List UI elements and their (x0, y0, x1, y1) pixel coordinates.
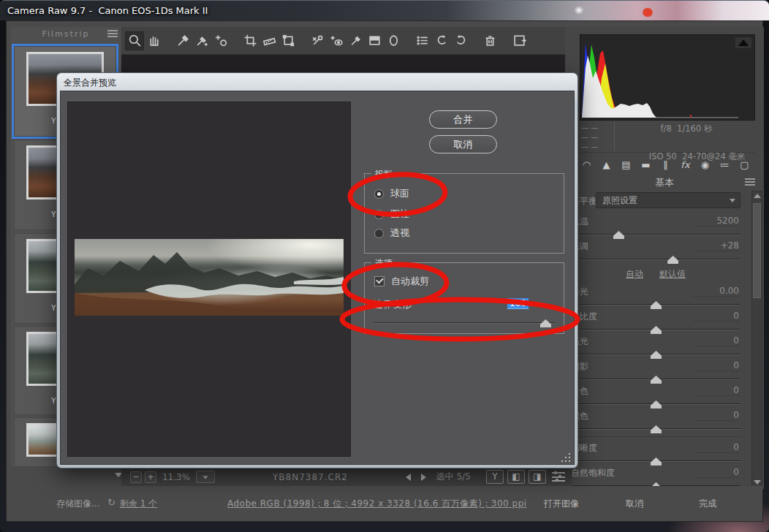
zoom-out-button[interactable]: − (130, 471, 142, 483)
cancel-button[interactable]: 取消 (626, 498, 643, 510)
slider-thumb[interactable] (540, 319, 551, 327)
scroll-down-icon[interactable] (754, 480, 761, 484)
adjustment-brush-tool-icon[interactable] (346, 31, 365, 50)
projection-legend: 投影 (371, 168, 396, 180)
boundary-warp-slider[interactable] (374, 319, 555, 327)
slider-thumb[interactable] (651, 301, 662, 309)
slider-value[interactable]: 0 (694, 442, 739, 453)
slider-track[interactable] (571, 300, 740, 309)
tab-lens-corrections-icon[interactable]: ‖ (657, 157, 674, 172)
previous-image-button[interactable] (406, 474, 411, 481)
radio-button-icon[interactable] (374, 210, 384, 219)
tab-detail-icon[interactable]: ▲ (598, 157, 615, 172)
zoom-level: 11.3% (156, 472, 190, 482)
slider-track[interactable] (571, 425, 740, 433)
delete-tool-icon[interactable] (480, 31, 499, 50)
slider-track[interactable] (571, 325, 740, 334)
scroll-up-icon[interactable] (754, 194, 761, 198)
toggle-panels-tool-icon[interactable] (509, 31, 529, 50)
color-sampler-tool-icon[interactable] (192, 31, 211, 50)
slider-value[interactable]: 0 (694, 467, 739, 478)
radio-spherical[interactable]: 球面 (374, 187, 409, 200)
compare-swap-button[interactable]: ◧ (507, 470, 525, 484)
straighten-tool-icon[interactable] (260, 31, 279, 50)
radio-perspective[interactable]: 透视 (374, 227, 409, 240)
slider-track[interactable] (571, 350, 740, 359)
merge-button[interactable]: 合并 (429, 110, 497, 129)
white-balance-select[interactable]: 原照设置 (596, 192, 740, 208)
slider-track[interactable] (571, 375, 740, 384)
slider-value[interactable]: 0 (694, 410, 739, 421)
done-button[interactable]: 完成 (699, 498, 716, 510)
auto-link[interactable]: 自动 (626, 268, 643, 286)
slider-value[interactable]: 0 (694, 360, 739, 371)
slider-value[interactable]: 5200 (694, 216, 739, 227)
zoom-level-dropdown[interactable] (196, 471, 215, 483)
boundary-warp-value[interactable]: 100 (507, 298, 529, 309)
queue-remaining[interactable]: 剩余 1 个 (120, 498, 157, 510)
graduated-filter-tool-icon[interactable] (365, 31, 384, 50)
hand-tool-icon[interactable] (144, 31, 163, 50)
radial-filter-tool-icon[interactable] (384, 31, 403, 50)
compare-copy-button[interactable]: ◨ (529, 470, 546, 484)
slider-track[interactable] (571, 400, 740, 408)
view-settings-icon[interactable] (552, 472, 565, 482)
zoom-tool-icon[interactable] (125, 31, 144, 50)
workflow-options-link[interactable]: Adobe RGB (1998)；8 位；4992 x 3328 (16.6 百… (227, 498, 527, 510)
zoom-in-button[interactable]: + (145, 471, 156, 483)
tab-effects-icon[interactable]: fx (677, 157, 694, 172)
tab-camera-calibration-icon[interactable]: ◉ (697, 157, 713, 172)
slider-thumb[interactable] (613, 231, 624, 239)
red-eye-tool-icon[interactable] (327, 31, 346, 50)
slider-thumb[interactable] (667, 256, 678, 264)
save-image-button[interactable]: 存储图像... (56, 498, 99, 510)
slider-thumb[interactable] (651, 425, 662, 433)
slider-thumb[interactable] (651, 351, 662, 359)
preferences-tool-icon[interactable] (413, 31, 432, 50)
rotate-right-tool-icon[interactable] (451, 31, 470, 50)
white-balance-tool-icon[interactable] (173, 31, 192, 50)
radio-button-icon[interactable] (374, 229, 384, 238)
radio-button-icon[interactable] (374, 189, 384, 199)
tab-tone-curve-icon[interactable]: ◠ (578, 157, 595, 172)
histogram-plot (580, 35, 754, 120)
radio-cylindrical[interactable]: 圆柱 (374, 208, 409, 221)
tab-presets-icon[interactable]: ≔ (716, 157, 733, 172)
auto-crop-checkbox[interactable]: 自动裁剪 (374, 275, 429, 288)
slider-track[interactable] (571, 230, 740, 239)
slider-value[interactable]: 0 (694, 335, 739, 346)
tab-snapshots-icon[interactable]: ▢ (736, 157, 753, 172)
tab-hsl-grayscale-icon[interactable]: ▤ (618, 157, 634, 172)
default-link[interactable]: 默认值 (659, 268, 686, 286)
slider-thumb[interactable] (651, 376, 662, 384)
dialog-cancel-button[interactable]: 取消 (429, 135, 497, 153)
basic-panel-menu-icon[interactable] (745, 178, 755, 186)
before-after-y-button[interactable]: Y (486, 470, 504, 484)
open-image-button[interactable]: 打开图像 (544, 498, 579, 510)
slider-thumb[interactable] (651, 457, 662, 466)
slider-row-tone-6: 清晰度0 (569, 442, 742, 467)
refresh-icon: ↻ (107, 497, 115, 508)
checkbox-icon[interactable] (374, 276, 384, 286)
slider-value[interactable]: 0.00 (694, 286, 739, 297)
spot-removal-tool-icon[interactable] (308, 31, 327, 50)
highlight-clipping-icon[interactable] (735, 37, 751, 48)
slider-thumb[interactable] (651, 400, 662, 408)
scrollbar-thumb[interactable] (753, 203, 761, 298)
crop-tool-icon[interactable] (240, 31, 260, 50)
slider-track[interactable] (571, 255, 740, 264)
filmstrip-menu-icon[interactable] (107, 30, 118, 37)
slider-track[interactable] (571, 457, 740, 466)
transform-tool-icon[interactable] (279, 31, 298, 50)
merge-preview-area (67, 102, 351, 457)
tab-split-toning-icon[interactable]: ▬ (637, 157, 654, 172)
panel-scrollbar[interactable] (751, 191, 762, 487)
targeted-adjustment-tool-icon[interactable] (211, 31, 230, 50)
slider-value[interactable]: +28 (694, 240, 739, 251)
next-image-button[interactable] (421, 474, 426, 481)
resize-grip[interactable] (561, 452, 572, 462)
slider-value[interactable]: 0 (694, 385, 739, 396)
slider-thumb[interactable] (651, 326, 662, 334)
rotate-left-tool-icon[interactable] (432, 31, 451, 50)
slider-value[interactable]: 0 (694, 311, 739, 322)
